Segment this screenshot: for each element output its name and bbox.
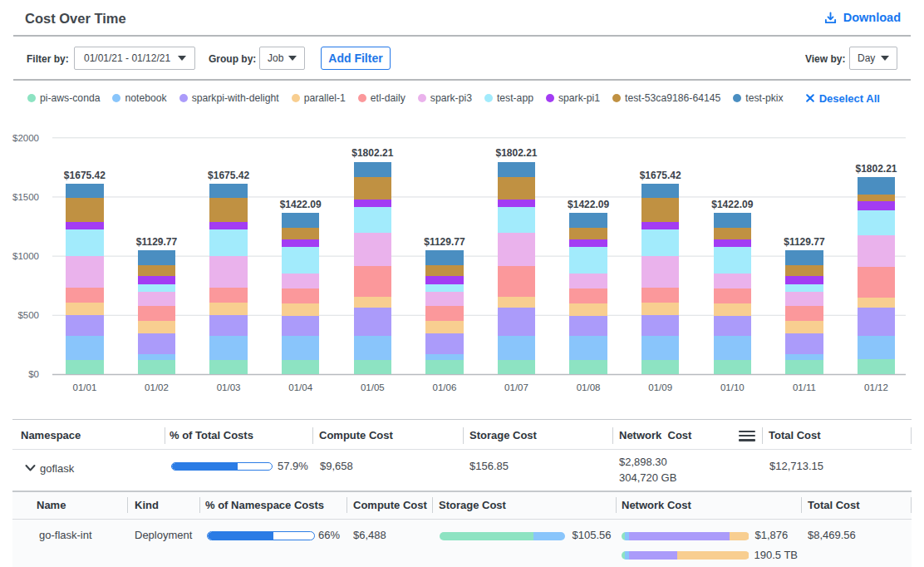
bar-segment-test-53ca9186-64145[interactable]: [66, 198, 104, 222]
bar-segment-test-app[interactable]: [425, 284, 464, 292]
bar-segment-test-app[interactable]: [66, 229, 104, 256]
bar-segment-notebook[interactable]: [66, 336, 104, 360]
bar-segment-test-53ca9186-64145[interactable]: [785, 265, 823, 276]
bar-segment-test-53ca9186-64145[interactable]: [138, 265, 176, 276]
bar-segment-test-53ca9186-64145[interactable]: [425, 265, 464, 276]
bar-segment-spark-pi3[interactable]: [209, 256, 248, 288]
bar-segment-notebook[interactable]: [209, 336, 248, 360]
bar-segment-notebook[interactable]: [282, 336, 320, 360]
bar-segment-test-pkix[interactable]: [354, 162, 392, 177]
bar-segment-spark-pi1[interactable]: [714, 239, 752, 247]
bar-segment-test-app[interactable]: [282, 247, 320, 274]
column-header--of-total-costs[interactable]: % of Total Costs: [170, 430, 253, 441]
bar-segment-sparkpi-with-delight[interactable]: [714, 316, 752, 337]
bar-segment-sparkpi-with-delight[interactable]: [209, 315, 248, 336]
bar-segment-etl-daily[interactable]: [354, 266, 392, 297]
bar-segment-test-53ca9186-64145[interactable]: [569, 228, 607, 239]
column-header-storage-cost[interactable]: Storage Cost: [439, 500, 506, 511]
bar-segment-pi-aws-conda[interactable]: [282, 360, 320, 375]
column-header-total-cost[interactable]: Total Cost: [808, 500, 860, 511]
bar-segment-test-app[interactable]: [641, 229, 680, 256]
bar-segment-spark-pi1[interactable]: [354, 200, 392, 207]
bar-segment-pi-aws-conda[interactable]: [209, 360, 248, 374]
bar-segment-spark-pi1[interactable]: [209, 222, 248, 229]
bar-segment-etl-daily[interactable]: [569, 288, 607, 304]
bar-segment-spark-pi1[interactable]: [785, 276, 823, 284]
bar-segment-spark-pi1[interactable]: [858, 201, 896, 210]
bar-segment-spark-pi3[interactable]: [66, 256, 104, 288]
bar-segment-sparkpi-with-delight[interactable]: [641, 315, 680, 336]
bar-segment-etl-daily[interactable]: [641, 288, 680, 303]
bar-segment-spark-pi1[interactable]: [66, 222, 104, 229]
bar-segment-notebook[interactable]: [138, 354, 176, 360]
bar-segment-test-53ca9186-64145[interactable]: [282, 228, 320, 239]
bar-segment-sparkpi-with-delight[interactable]: [354, 308, 392, 336]
bar-segment-pi-aws-conda[interactable]: [569, 360, 607, 375]
bar-segment-etl-daily[interactable]: [858, 267, 896, 298]
bar-segment-notebook[interactable]: [785, 354, 823, 360]
column-header-compute-cost[interactable]: Compute Cost: [319, 430, 393, 441]
bar-segment-test-pkix[interactable]: [714, 213, 752, 228]
bar-segment-test-pkix[interactable]: [209, 184, 248, 198]
bar-segment-etl-daily[interactable]: [498, 266, 536, 297]
bar-segment-pi-aws-conda[interactable]: [138, 360, 176, 374]
bar-segment-notebook[interactable]: [354, 336, 392, 360]
bar-segment-sparkpi-with-delight[interactable]: [498, 308, 536, 336]
bar-segment-parallel-1[interactable]: [354, 297, 392, 308]
bar-segment-parallel-1[interactable]: [138, 321, 176, 333]
bar-segment-test-pkix[interactable]: [66, 184, 104, 198]
bar-segment-test-app[interactable]: [138, 284, 176, 292]
bar-segment-test-53ca9186-64145[interactable]: [858, 195, 896, 202]
bar-segment-test-pkix[interactable]: [138, 250, 176, 264]
bar-segment-pi-aws-conda[interactable]: [425, 360, 464, 374]
column-header-total-cost[interactable]: Total Cost: [769, 430, 821, 441]
bar-segment-test-pkix[interactable]: [858, 177, 896, 194]
bar-segment-spark-pi1[interactable]: [138, 276, 176, 284]
bar-segment-spark-pi3[interactable]: [858, 235, 896, 266]
bar-segment-etl-daily[interactable]: [209, 288, 248, 303]
column-header-storage-cost[interactable]: Storage Cost: [469, 430, 537, 441]
bar-segment-spark-pi1[interactable]: [641, 222, 680, 229]
bar-segment-spark-pi1[interactable]: [569, 239, 607, 247]
bar-segment-test-pkix[interactable]: [425, 250, 464, 264]
bar-segment-parallel-1[interactable]: [714, 303, 752, 315]
bar-segment-pi-aws-conda[interactable]: [66, 360, 104, 374]
bar-segment-notebook[interactable]: [714, 336, 752, 360]
bar-segment-spark-pi3[interactable]: [714, 274, 752, 288]
bar-segment-spark-pi1[interactable]: [498, 200, 536, 207]
bar-segment-spark-pi3[interactable]: [282, 274, 320, 288]
column-header-namespace[interactable]: Namespace: [21, 430, 81, 441]
bar-segment-sparkpi-with-delight[interactable]: [425, 333, 464, 354]
bar-segment-test-53ca9186-64145[interactable]: [498, 177, 536, 200]
bar-segment-spark-pi3[interactable]: [569, 274, 607, 288]
bar-segment-notebook[interactable]: [498, 336, 536, 360]
bar-segment-test-53ca9186-64145[interactable]: [354, 177, 392, 200]
column-header-name[interactable]: Name: [37, 500, 66, 511]
bar-segment-parallel-1[interactable]: [641, 303, 680, 315]
bar-segment-notebook[interactable]: [425, 354, 464, 360]
namespace-cell[interactable]: goflask: [40, 463, 74, 475]
bar-segment-test-53ca9186-64145[interactable]: [714, 228, 752, 239]
bar-segment-parallel-1[interactable]: [66, 303, 104, 315]
bar-segment-spark-pi1[interactable]: [282, 239, 320, 247]
bar-segment-sparkpi-with-delight[interactable]: [66, 315, 104, 336]
bar-segment-spark-pi3[interactable]: [498, 233, 536, 266]
bar-segment-spark-pi3[interactable]: [138, 292, 176, 306]
bar-segment-test-pkix[interactable]: [498, 162, 536, 177]
bar-segment-sparkpi-with-delight[interactable]: [138, 333, 176, 354]
bar-segment-spark-pi3[interactable]: [785, 292, 823, 306]
column-header-kind[interactable]: Kind: [135, 500, 159, 511]
bar-segment-test-pkix[interactable]: [282, 213, 320, 228]
column-header-network-cost[interactable]: Network Cost: [619, 430, 691, 441]
bar-segment-test-53ca9186-64145[interactable]: [641, 198, 680, 222]
bar-segment-pi-aws-conda[interactable]: [714, 360, 752, 375]
bar-segment-parallel-1[interactable]: [425, 321, 464, 333]
bar-segment-etl-daily[interactable]: [425, 306, 464, 321]
bar-segment-parallel-1[interactable]: [569, 303, 607, 315]
column-header--of-namespace-costs[interactable]: % of Namespace Costs: [205, 500, 324, 511]
bar-segment-sparkpi-with-delight[interactable]: [858, 308, 896, 335]
bar-segment-parallel-1[interactable]: [282, 303, 320, 315]
column-header-network-cost[interactable]: Network Cost: [622, 500, 691, 511]
bar-segment-spark-pi3[interactable]: [641, 256, 680, 288]
bar-segment-parallel-1[interactable]: [858, 298, 896, 308]
